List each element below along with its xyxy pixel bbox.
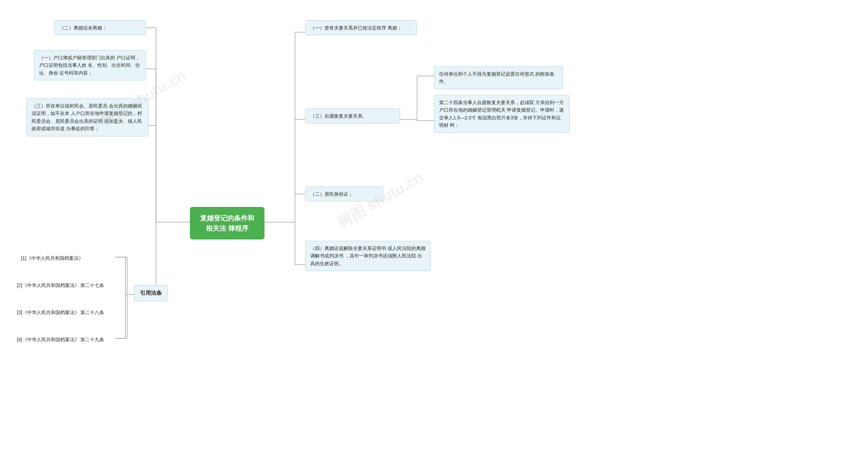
node-l4-1: [1]《中华人民共和国档案法》 bbox=[16, 251, 115, 265]
node-r4: （四）离婚证或解除夫妻关系证明书 或人民法院的离婚调解书或判决书 ，其中一审判决… bbox=[305, 241, 431, 271]
node-l1: （二）离婚后未再婚； bbox=[54, 20, 146, 35]
node-l4-2: [2]《中华人民共和国档案法》 第二十七条 bbox=[12, 278, 124, 292]
mind-map: 复婚登记的条件和相关法 律程序 （二）离婚后未再婚； （一）户口簿或户籍管理部门… bbox=[0, 0, 868, 464]
node-r2-sub1: 任何单位和个人不得为复婚登记设置任何形式 的附加条件。 bbox=[434, 66, 563, 89]
node-l3: （三）所在单位或村民会、居民委员 会出具的婚姻状况证明，如不在本 人户口所在地申… bbox=[26, 98, 149, 136]
node-l4-4: [4]《中华人民共和国档案法》 第二十九条 bbox=[12, 332, 124, 347]
central-node: 复婚登记的条件和相关法 律程序 bbox=[190, 207, 264, 239]
node-yinyong-label: 引用法条 bbox=[134, 285, 168, 301]
node-r3: （二）居民身份证； bbox=[305, 187, 383, 201]
node-r1: （一）曾有夫妻关系并已按法定程序 离婚； bbox=[305, 20, 417, 35]
node-l4-3: [3]《中华人民共和国档案法》 第二十八条 bbox=[12, 305, 124, 320]
node-r2: （三）自愿恢复夫妻关系。 bbox=[305, 109, 400, 123]
node-r2-sub2: 第二十四条当事人自愿恢复夫妻关系，必须双 方亲自到一方户口所在地的婚姻登记管理机… bbox=[434, 95, 570, 133]
node-l2: （一）户口簿或户籍管理部门出具的 户口证明，户口证明包括当事人姓 名、性别、出生… bbox=[34, 50, 146, 80]
